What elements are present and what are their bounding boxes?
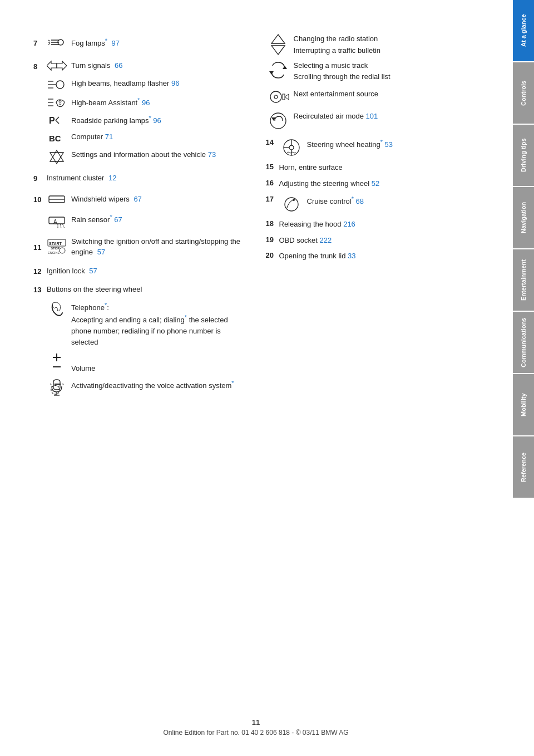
item-8c: High-beam Assistant* 96 bbox=[44, 96, 249, 109]
sidebar: At a glance Controls Driving tips Naviga… bbox=[513, 0, 534, 756]
item-16-text: Adjusting the steering wheel 52 bbox=[279, 178, 482, 190]
item-16: 16 Adjusting the steering wheel 52 bbox=[266, 178, 482, 190]
item-8d-text: Roadside parking lamps* 96 bbox=[71, 114, 249, 126]
item-12: 12 Ignition lock 57 bbox=[33, 266, 249, 277]
footer-text: Online Edition for Part no. 01 40 2 606 … bbox=[0, 729, 512, 737]
svg-text:START: START bbox=[49, 242, 62, 246]
right-recirc: Recirculated air mode 101 bbox=[266, 111, 482, 131]
right-radio-icon bbox=[266, 33, 290, 56]
tab-at-a-glance[interactable]: At a glance bbox=[513, 0, 534, 61]
right-radio-text: Changing the radio station Interrupting … bbox=[294, 33, 482, 57]
svg-point-47 bbox=[274, 95, 278, 99]
item-7-num: 7 bbox=[33, 39, 44, 47]
item-10a-icon bbox=[44, 192, 69, 207]
item-18-text: Releasing the hood 216 bbox=[279, 219, 482, 230]
svg-text:P: P bbox=[49, 116, 55, 125]
item-11-num: 11 bbox=[33, 243, 44, 252]
item-13b-plus-icon bbox=[44, 352, 69, 363]
item-11-icon: START STOP ENGINE bbox=[44, 238, 69, 255]
item-15: 15 Horn, entire surface bbox=[266, 162, 482, 174]
svg-point-53 bbox=[289, 145, 294, 150]
svg-text:A: A bbox=[53, 219, 57, 225]
item-13a-icon bbox=[44, 301, 69, 318]
tab-controls[interactable]: Controls bbox=[513, 62, 534, 124]
svg-line-19 bbox=[56, 117, 59, 120]
item-8f: Settings and information about the vehic… bbox=[44, 149, 249, 165]
right-recirc-text: Recirculated air mode 101 bbox=[294, 111, 482, 122]
item-14-num: 14 bbox=[266, 138, 279, 146]
item-17-text: Cruise control* 68 bbox=[307, 194, 482, 208]
svg-marker-49 bbox=[285, 94, 289, 100]
svg-marker-8 bbox=[57, 61, 67, 70]
item-10b: A Rain sensor* 67 bbox=[44, 213, 249, 228]
tab-entertainment[interactable]: Entertainment bbox=[513, 249, 534, 311]
item-8b-text: High beams, headlamp flasher 96 bbox=[71, 78, 249, 89]
item-13c-icon: ◌̅ bbox=[44, 379, 69, 396]
tab-reference[interactable]: Reference bbox=[513, 436, 534, 498]
svg-point-17 bbox=[59, 100, 61, 102]
svg-line-6 bbox=[48, 43, 50, 45]
item-19-text: OBD socket 222 bbox=[279, 235, 482, 247]
item-10b-text: Rain sensor* 67 bbox=[71, 213, 249, 225]
item-17: 17 Cruise control* 68 bbox=[266, 194, 482, 214]
item-10b-icon: A bbox=[44, 213, 69, 228]
item-7-icon bbox=[44, 33, 69, 51]
tab-communications[interactable]: Communications bbox=[513, 312, 534, 373]
item-13c: ◌̅ Activa bbox=[44, 379, 249, 396]
right-next-icon bbox=[266, 89, 290, 105]
svg-line-4 bbox=[48, 40, 50, 41]
item-13-label: Buttons on the steering wheel bbox=[44, 284, 249, 295]
item-10: 10 Windshield wipers 67 bbox=[33, 192, 249, 228]
right-recirc-icon bbox=[266, 111, 290, 131]
item-8-text: Turn signals 66 bbox=[71, 60, 249, 71]
item-20: 20 Opening the trunk lid 33 bbox=[266, 251, 482, 262]
right-music-icon bbox=[266, 60, 290, 80]
item-11-text: Switching the ignition on/off and starti… bbox=[71, 236, 249, 258]
right-next: Next entertainment source bbox=[266, 89, 482, 105]
item-13a: Telephone*: Accepting and ending a call;… bbox=[44, 301, 249, 348]
right-radio: Changing the radio station Interrupting … bbox=[266, 33, 482, 57]
item-8-icon bbox=[44, 59, 69, 72]
item-14-icon bbox=[279, 138, 304, 158]
tab-navigation[interactable]: Navigation bbox=[513, 187, 534, 248]
page-number: 11 bbox=[0, 718, 512, 726]
item-7: 7 bbox=[33, 33, 249, 51]
item-10a-text: Windshield wipers 67 bbox=[71, 194, 249, 205]
item-20-num: 20 bbox=[266, 251, 279, 259]
item-8b-icon bbox=[44, 78, 69, 91]
item-8f-icon bbox=[44, 149, 69, 165]
item-13b-minus-icon bbox=[44, 363, 69, 371]
item-9-text: Instrument cluster 12 bbox=[44, 173, 249, 184]
item-8e-text: Computer 71 bbox=[71, 131, 249, 143]
item-13b-plus bbox=[44, 352, 249, 363]
tab-mobility[interactable]: Mobility bbox=[513, 374, 534, 435]
item-12-num: 12 bbox=[33, 267, 44, 276]
item-14: 14 bbox=[266, 138, 482, 158]
item-8c-icon bbox=[44, 96, 69, 109]
item-12-text: Ignition lock 57 bbox=[44, 266, 249, 277]
right-next-text: Next entertainment source bbox=[294, 89, 482, 100]
item-13-num: 13 bbox=[33, 286, 44, 294]
svg-marker-45 bbox=[269, 71, 274, 75]
item-11: 11 START STOP ENGINE bbox=[33, 236, 249, 258]
page-footer: 11 Online Edition for Part no. 01 40 2 6… bbox=[0, 718, 512, 737]
right-music-text: Selecting a music track Scrolling throug… bbox=[294, 60, 482, 84]
svg-point-35 bbox=[60, 248, 65, 253]
item-16-num: 16 bbox=[266, 179, 279, 187]
item-15-text: Horn, entire surface bbox=[279, 162, 482, 174]
item-8f-text: Settings and information about the vehic… bbox=[71, 149, 249, 160]
item-8b: High beams, headlamp flasher 96 bbox=[44, 78, 249, 91]
item-8: 8 Turn signals 66 bbox=[33, 59, 249, 165]
svg-marker-42 bbox=[271, 35, 285, 43]
item-13a-text: Telephone*: Accepting and ending a call;… bbox=[71, 301, 249, 348]
svg-point-58 bbox=[293, 199, 295, 201]
item-9: 9 Instrument cluster 12 bbox=[33, 173, 249, 184]
svg-text:ENGINE: ENGINE bbox=[48, 251, 60, 254]
item-8e: BC Computer 71 bbox=[44, 131, 249, 145]
item-15-num: 15 bbox=[266, 163, 279, 171]
svg-point-50 bbox=[270, 113, 286, 129]
item-8c-text: High-beam Assistant* 96 bbox=[71, 96, 249, 109]
tab-driving-tips[interactable]: Driving tips bbox=[513, 125, 534, 186]
item-13: 13 Buttons on the steering wheel bbox=[33, 284, 249, 396]
svg-line-29 bbox=[60, 224, 61, 228]
